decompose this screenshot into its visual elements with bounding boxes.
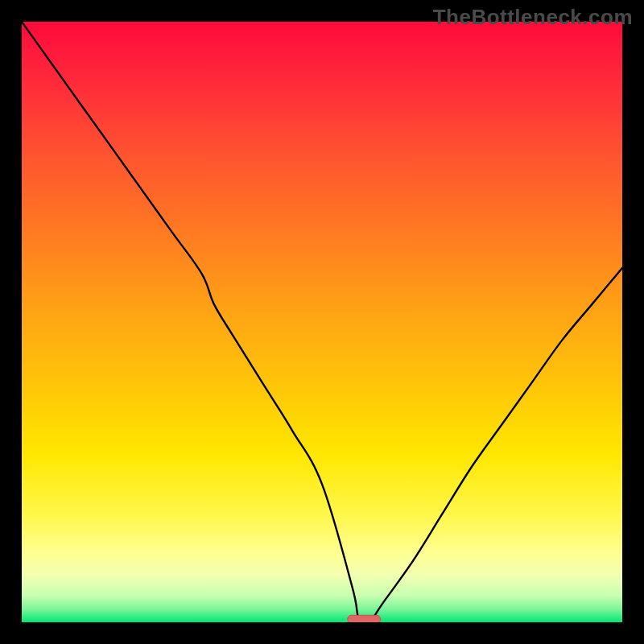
chart-svg — [22, 22, 622, 622]
plot-area — [22, 22, 622, 622]
optimum-marker — [348, 615, 381, 622]
watermark-text: TheBottleneck.com — [433, 5, 633, 30]
chart-frame: TheBottleneck.com — [0, 0, 644, 644]
gradient-background — [22, 22, 622, 622]
